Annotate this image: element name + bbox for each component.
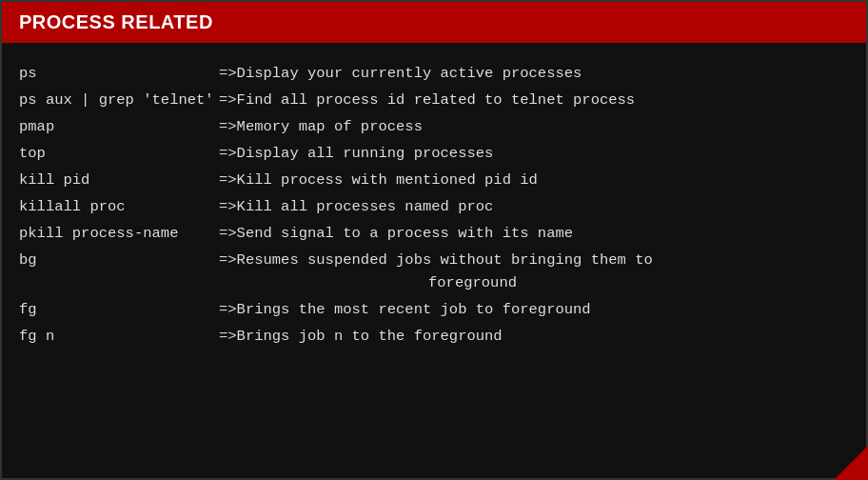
description-cell: =>Resumes suspended jobs without bringin… [219,247,849,296]
table-row: fg=>Brings the most recent job to foregr… [19,296,849,323]
wrapped-text: foreground [219,271,849,294]
description-cell: =>Kill all processes named proc [219,193,849,220]
table-row: top=>Display all running processes [19,140,849,167]
description-cell: =>Display your currently active processe… [219,60,849,87]
command-cell: top [19,140,219,167]
corner-decoration [834,446,868,480]
command-cell: pmap [19,113,219,140]
table-row: fg n=>Brings job n to the foreground [19,323,849,350]
command-cell: kill pid [19,167,219,193]
table-row: ps aux | grep 'telnet'=>Find all process… [19,87,849,113]
table-row: bg=>Resumes suspended jobs without bring… [19,247,849,296]
command-cell: pkill process-name [19,220,219,247]
description-cell: =>Brings the most recent job to foregrou… [219,296,849,323]
command-cell: ps [19,60,219,87]
content-area: ps=>Display your currently active proces… [2,43,866,478]
table-row: pmap=>Memory map of process [19,113,849,140]
table-row: ps=>Display your currently active proces… [19,60,849,87]
description-cell: =>Brings job n to the foreground [219,323,849,350]
command-cell: bg [19,247,219,296]
command-cell: ps aux | grep 'telnet' [19,87,219,113]
main-card: PROCESS RELATED ps=>Display your current… [0,0,868,480]
command-cell: fg [19,296,219,323]
description-cell: =>Kill process with mentioned pid id [219,167,849,193]
page-container: PROCESS RELATED ps=>Display your current… [0,0,868,480]
header-bar: PROCESS RELATED [2,2,866,43]
table-row: killall proc=>Kill all processes named p… [19,193,849,220]
table-row: pkill process-name=>Send signal to a pro… [19,220,849,247]
page-title: PROCESS RELATED [19,11,213,32]
command-cell: fg n [19,323,219,350]
description-cell: =>Send signal to a process with its name [219,220,849,247]
table-row: kill pid=>Kill process with mentioned pi… [19,167,849,193]
command-cell: killall proc [19,193,219,220]
description-cell: =>Memory map of process [219,113,849,140]
commands-table: ps=>Display your currently active proces… [19,60,849,350]
description-cell: =>Find all process id related to telnet … [219,87,849,113]
description-cell: =>Display all running processes [219,140,849,167]
